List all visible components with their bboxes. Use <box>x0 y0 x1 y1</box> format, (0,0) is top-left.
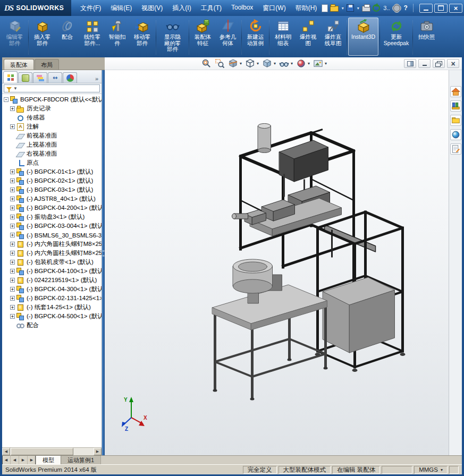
dimxpertmanager-tab[interactable] <box>48 72 62 83</box>
model-tab[interactable]: 模型 <box>36 456 61 464</box>
display-style-icon[interactable] <box>262 58 272 69</box>
insert-component-button[interactable]: 插入零 部件 <box>30 18 55 56</box>
edit-appearance-icon[interactable] <box>296 58 306 69</box>
previous-tab-icon[interactable] <box>11 456 19 464</box>
expander[interactable]: + <box>10 233 15 237</box>
expander[interactable]: + <box>10 224 15 228</box>
tree-item[interactable]: +(-) 内六角圆柱头螺钉M8×25[ <box>2 240 102 249</box>
tree-item[interactable]: +(-) BGPCK-04-200<1> (默认) <box>2 203 102 212</box>
tree-item[interactable]: +(-) 内六角圆柱头螺钉M8×25[ <box>2 249 102 258</box>
window-maximize-icon[interactable] <box>434 4 448 13</box>
expander[interactable] <box>10 323 15 328</box>
reference-geometry-button[interactable]: 参考几 何体 <box>215 18 240 56</box>
expander[interactable] <box>10 160 15 165</box>
tree-item[interactable]: 前视基准面 <box>2 131 102 140</box>
instant3d-button[interactable]: Instant3D <box>348 18 378 56</box>
tab-layout[interactable]: 布局 <box>35 59 59 70</box>
tree-item[interactable]: 原点 <box>2 158 102 167</box>
expander[interactable]: + <box>10 124 15 129</box>
expander[interactable]: - <box>4 97 9 102</box>
expander[interactable] <box>10 142 15 147</box>
move-component-button[interactable]: 移动零 部件 <box>130 18 155 56</box>
configurationmanager-tab[interactable] <box>33 72 47 83</box>
tree-item[interactable]: +(-) BGPCK-01<1> (默认) <box>2 167 102 176</box>
linear-component-pattern-button[interactable]: 线性零 部件... <box>80 18 105 56</box>
window-close-icon[interactable] <box>449 4 462 13</box>
rebuild-icon[interactable] <box>373 4 380 12</box>
motion-study-tab[interactable]: 运动算例1 <box>61 456 101 464</box>
filter-dropdown-icon[interactable] <box>13 86 18 91</box>
tree-item[interactable]: +(-) 0242219519<1> (默认) <box>2 276 102 285</box>
window-minimize-icon[interactable] <box>419 4 433 13</box>
document-restore-icon[interactable] <box>433 59 445 68</box>
hide-show-items-icon[interactable] <box>279 58 289 69</box>
tree-item[interactable]: 配合 <box>2 321 102 330</box>
featuremanager-tree-tab[interactable] <box>3 71 18 83</box>
menu-window[interactable]: 窗口(W) <box>258 2 290 15</box>
tree-item[interactable]: 传感器 <box>2 113 102 122</box>
toolbar-overflow-label[interactable]: 3.. <box>382 5 391 11</box>
expander[interactable]: + <box>10 106 15 111</box>
file-explorer-button[interactable] <box>450 115 461 126</box>
section-view-icon[interactable] <box>228 58 238 69</box>
menu-toolbox[interactable]: Toolbox <box>226 2 258 15</box>
scrollbar-track[interactable] <box>74 448 94 455</box>
tree-item[interactable]: +(-) 纸套14-25<1> (默认) <box>2 303 102 312</box>
solidworks-resources-button[interactable] <box>450 86 461 97</box>
print-icon[interactable] <box>362 6 370 12</box>
expander[interactable]: + <box>10 260 15 265</box>
section-view-dropdown-icon[interactable] <box>240 61 242 66</box>
graphics-area[interactable]: Y X Z <box>105 70 462 455</box>
smart-fasteners-button[interactable]: 智能扣 件 <box>105 18 130 56</box>
scrollbar-thumb[interactable] <box>11 448 73 455</box>
expander[interactable]: + <box>10 251 15 256</box>
tree-item[interactable]: 上视基准面 <box>2 140 102 149</box>
expander[interactable]: + <box>10 314 15 319</box>
zoom-to-area-icon[interactable] <box>215 58 225 69</box>
tree-item[interactable]: +(-) BGPCK-04-100<1> (默认) <box>2 267 102 276</box>
expander[interactable]: + <box>10 169 15 174</box>
exploded-view-button[interactable]: 爆炸视 图 <box>296 18 320 56</box>
display-style-dropdown-icon[interactable] <box>274 61 276 66</box>
expander[interactable]: + <box>10 242 15 246</box>
scroll-right-icon[interactable] <box>94 448 102 455</box>
design-library-button[interactable] <box>450 100 461 112</box>
expander[interactable]: + <box>10 197 15 201</box>
menu-file[interactable]: 文件(F) <box>75 2 106 15</box>
tree-item[interactable]: +(-) BGPCK-03<1> (默认) <box>2 185 102 194</box>
tree-item[interactable]: -BGPCK-F8DCOR (默认<<默认>_显 <box>2 95 102 104</box>
expander[interactable]: + <box>10 188 15 192</box>
tree-item[interactable]: +(-) BGPCK-02<1> (默认) <box>2 176 102 185</box>
expander[interactable]: + <box>10 178 15 183</box>
update-speedpak-button[interactable]: 更新 Speedpak <box>381 18 411 56</box>
new-motion-study-button[interactable]: 新建运 动算例 <box>243 18 268 56</box>
open-icon[interactable] <box>330 6 339 12</box>
expander[interactable] <box>10 115 15 120</box>
tree-item[interactable]: +(-) AJSTR8_40<1> (默认) <box>2 194 102 203</box>
explode-line-sketch-button[interactable]: 爆炸直 线草图 <box>320 18 345 56</box>
scene-dropdown-icon[interactable] <box>325 61 327 66</box>
first-tab-icon[interactable] <box>2 456 11 464</box>
show-hidden-components-button[interactable]: 显示隐 藏的零 部件 <box>157 18 188 56</box>
tree-item[interactable]: +(-) BSMLS6_30_BSMLS6-30<1> <box>2 231 102 240</box>
units-selector[interactable]: MMGS <box>414 466 448 474</box>
propertymanager-tab[interactable] <box>18 72 32 83</box>
last-tab-icon[interactable] <box>28 456 36 464</box>
tree-item[interactable]: +历史记录 <box>2 104 102 113</box>
tree-item[interactable]: 右视基准面 <box>2 149 102 158</box>
menu-help[interactable]: 帮助(H) <box>291 2 322 15</box>
assembly-model[interactable] <box>198 115 429 405</box>
tree-item[interactable]: +注解 <box>2 122 102 131</box>
menu-edit[interactable]: 编辑(E) <box>106 2 137 15</box>
bill-of-materials-button[interactable]: 材料明 细表 <box>271 18 296 56</box>
zoom-to-fit-icon[interactable] <box>201 58 212 69</box>
task-pane-toggle-icon[interactable] <box>404 59 416 68</box>
tree-item[interactable]: +(-) BGPCK-04-500<1> (默认) <box>2 312 102 321</box>
mate-button[interactable]: 配合 <box>55 18 80 56</box>
tree-filter-input[interactable] <box>4 84 100 92</box>
view-orientation-dropdown-icon[interactable] <box>257 61 259 66</box>
expander[interactable]: + <box>10 206 15 210</box>
open-dropdown-icon[interactable] <box>341 6 344 11</box>
save-dropdown-icon[interactable] <box>356 6 360 11</box>
hide-show-dropdown-icon[interactable] <box>291 61 293 66</box>
